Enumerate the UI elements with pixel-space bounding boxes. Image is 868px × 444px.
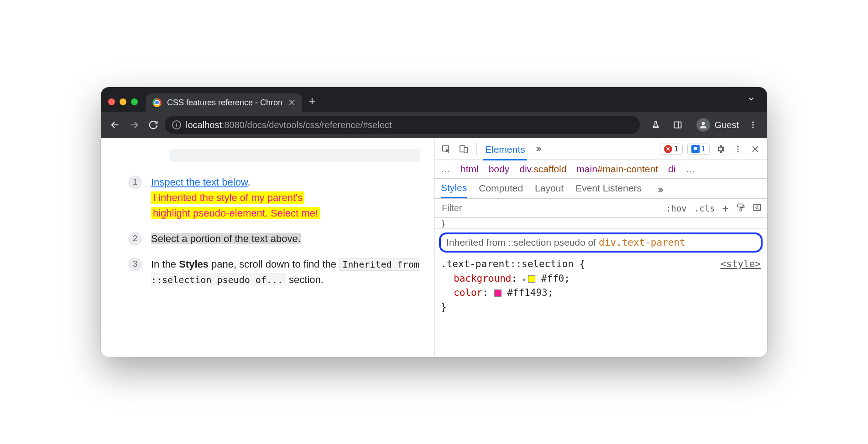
issues-count: 1 — [701, 145, 706, 154]
errors-count: 1 — [674, 145, 678, 154]
kebab-menu-icon[interactable] — [745, 117, 761, 133]
traffic-lights — [108, 98, 138, 105]
css-rule[interactable]: .text-parent::selection { <style> backgr… — [434, 255, 767, 319]
step3-pre: In the — [151, 258, 179, 270]
rendered-page: Inspect the text below. I inherited the … — [101, 138, 434, 357]
titlebar: CSS features reference - Chron ✕ + — [101, 87, 767, 112]
content-area: Inspect the text below. I inherited the … — [101, 138, 767, 357]
chrome-favicon-icon — [152, 98, 162, 107]
color-swatch-bg[interactable] — [528, 275, 535, 283]
rule-declaration-background[interactable]: background: ▶ #ff0; — [441, 272, 761, 286]
error-icon: ✕ — [664, 145, 672, 153]
color-swatch-color[interactable] — [494, 289, 502, 297]
issue-icon — [691, 145, 700, 153]
svg-rect-18 — [754, 204, 761, 210]
inspect-element-icon[interactable] — [440, 143, 453, 155]
subtab-computed[interactable]: Computed — [479, 183, 523, 197]
panel-icon[interactable] — [670, 117, 685, 133]
breadcrumb-overflow-left[interactable]: … — [441, 164, 450, 175]
inherit-prefix: Inherited from ::selection pseudo of — [446, 237, 596, 248]
bc-body[interactable]: body — [489, 164, 510, 175]
profile-chip[interactable]: Guest — [696, 118, 739, 132]
page-header-placeholder — [169, 149, 420, 162]
minimize-window-icon[interactable] — [120, 98, 126, 105]
styles-subtabs: Styles Computed Layout Event Listeners — [434, 179, 767, 199]
svg-point-4 — [701, 122, 705, 125]
step3-post: section. — [286, 274, 324, 285]
svg-point-13 — [737, 151, 738, 152]
step3-mid: pane, scroll down to find the — [209, 258, 339, 270]
rule-declaration-color[interactable]: color: #ff1493; — [441, 286, 761, 300]
step-3: In the Styles pane, scroll down to find … — [128, 257, 420, 288]
step-2: Select a portion of the text above. — [128, 231, 420, 247]
hov-toggle[interactable]: :hov — [666, 203, 687, 213]
profile-label: Guest — [715, 120, 739, 130]
svg-point-6 — [752, 124, 753, 125]
svg-point-7 — [752, 127, 753, 128]
more-subtabs-icon[interactable] — [654, 184, 666, 196]
reload-button[interactable] — [146, 117, 161, 133]
close-window-icon[interactable] — [108, 98, 115, 105]
dom-breadcrumb[interactable]: … html body div.scaffold main#main-conte… — [434, 160, 767, 179]
devtools-panel: Elements ✕ 1 1 — [434, 138, 767, 357]
step1-dot: . — [248, 176, 251, 188]
inherit-selector: div.text-parent — [599, 237, 685, 248]
svg-rect-17 — [740, 209, 741, 211]
cls-toggle[interactable]: .cls — [694, 203, 715, 213]
svg-point-12 — [737, 148, 738, 150]
browser-tab[interactable]: CSS features reference - Chron ✕ — [146, 93, 302, 112]
styles-filter-input[interactable] — [440, 201, 659, 215]
subtab-layout[interactable]: Layout — [535, 183, 564, 197]
svg-point-11 — [737, 145, 738, 147]
avatar-icon — [696, 118, 710, 132]
step-1: Inspect the text below. I inherited the … — [128, 175, 420, 221]
tab-title: CSS features reference - Chron — [167, 98, 282, 108]
address-bar[interactable]: i localhost:8080/docs/devtools/css/refer… — [165, 116, 640, 134]
labs-icon[interactable] — [648, 117, 664, 133]
maximize-window-icon[interactable] — [131, 98, 138, 105]
issues-badge[interactable]: 1 — [687, 144, 710, 155]
inherited-from-section-header[interactable]: Inherited from ::selection pseudo of div… — [439, 232, 763, 253]
settings-gear-icon[interactable] — [714, 143, 727, 155]
breadcrumb-overflow-right[interactable]: … — [685, 164, 695, 175]
instruction-list: Inspect the text below. I inherited the … — [128, 175, 420, 288]
svg-rect-16 — [737, 204, 743, 207]
more-tabs-icon[interactable] — [532, 143, 544, 155]
expand-shorthand-icon[interactable]: ▶ — [523, 275, 526, 284]
back-button[interactable] — [107, 117, 123, 133]
step2-text: Select a portion of the text above. — [151, 233, 301, 244]
svg-point-5 — [752, 122, 753, 123]
highlighted-text-line1[interactable]: I inherited the style of my parent's — [151, 191, 304, 204]
bc-html[interactable]: html — [460, 164, 479, 175]
svg-rect-10 — [464, 147, 467, 153]
highlighted-text-line2[interactable]: highlight pseudo-element. Select me! — [151, 207, 320, 219]
errors-badge[interactable]: ✕ 1 — [660, 144, 682, 155]
site-info-icon[interactable]: i — [172, 120, 181, 129]
subtab-event-listeners[interactable]: Event Listeners — [575, 183, 642, 197]
new-style-rule-icon[interactable]: + — [722, 202, 729, 215]
devtools-kebab-icon[interactable] — [732, 143, 744, 155]
url-text: localhost:8080/docs/devtools/css/referen… — [186, 120, 392, 130]
inspect-link[interactable]: Inspect the text below — [151, 176, 248, 188]
forward-button[interactable] — [126, 117, 142, 133]
bc-di[interactable]: di — [668, 164, 675, 175]
device-toggle-icon[interactable] — [457, 143, 470, 155]
new-tab-button[interactable]: + — [309, 94, 315, 108]
toolbar: i localhost:8080/docs/devtools/css/refer… — [101, 112, 767, 138]
tab-elements[interactable]: Elements — [483, 141, 527, 160]
svg-rect-2 — [674, 122, 681, 128]
close-tab-icon[interactable]: ✕ — [288, 97, 296, 108]
rule-selector[interactable]: .text-parent::selection — [441, 257, 574, 272]
prev-rule-closing-brace: } — [434, 218, 767, 229]
subtab-styles[interactable]: Styles — [441, 182, 467, 198]
bc-main[interactable]: main#main-content — [576, 164, 658, 175]
tabs-dropdown-icon[interactable] — [747, 95, 755, 105]
browser-window: CSS features reference - Chron ✕ + i loc… — [101, 87, 767, 357]
computed-sidebar-icon[interactable] — [753, 203, 762, 214]
styles-filter-bar: :hov .cls + — [434, 199, 767, 218]
paint-icon[interactable] — [736, 203, 745, 214]
devtools-close-icon[interactable] — [749, 143, 762, 155]
bc-div-scaffold[interactable]: div.scaffold — [519, 164, 566, 175]
rule-source-link[interactable]: <style> — [720, 257, 761, 272]
devtools-toolbar: Elements ✕ 1 1 — [434, 138, 767, 160]
